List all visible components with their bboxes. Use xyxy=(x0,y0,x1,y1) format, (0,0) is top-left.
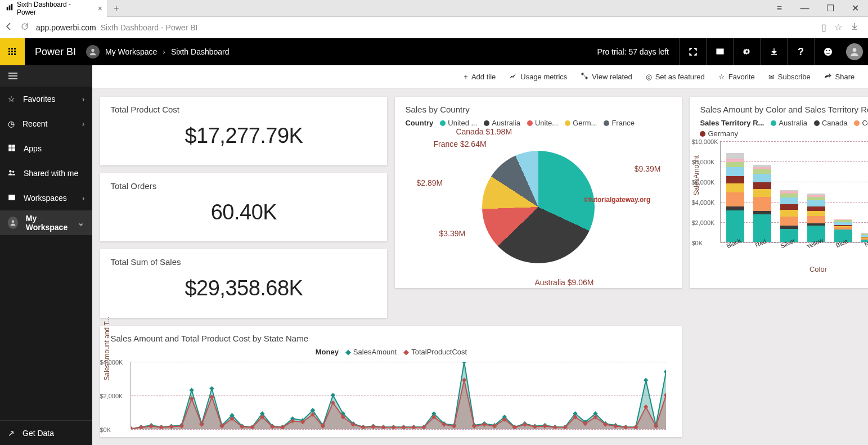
breadcrumb-workspace[interactable]: My Workspace xyxy=(105,47,157,56)
user-icon xyxy=(8,217,18,229)
kpi-value: $29,358.68K xyxy=(185,276,303,300)
view-related-button[interactable]: View related xyxy=(581,72,632,82)
trial-status[interactable]: Pro trial: 57 days left xyxy=(587,47,679,56)
nav-label: Get Data xyxy=(23,429,54,438)
slice-label: Canada $1.98M xyxy=(456,127,512,136)
svg-rect-37 xyxy=(210,386,214,390)
nav-my-workspace[interactable]: My Workspace ⌄ xyxy=(0,210,92,235)
svg-rect-2 xyxy=(11,4,13,10)
tile-total-product-cost[interactable]: Total Product Cost $17,277.79K xyxy=(100,97,387,165)
address-bar: app.powerbi.com Sixth Dashboard - Power … xyxy=(0,17,868,38)
tile-sales-by-color-region[interactable]: Sales Amount by Color and Sales Territor… xyxy=(690,97,868,288)
new-tab-button[interactable]: + xyxy=(107,3,125,14)
slice-label: Australia $9.06M xyxy=(534,278,593,287)
chevron-right-icon: › xyxy=(82,119,85,128)
stacked-legend: Sales Territory R... Australia Canada Ce… xyxy=(700,119,868,138)
nav-recent[interactable]: ◷ Recent › xyxy=(0,111,92,136)
breadcrumb-dashboard[interactable]: Sixth Dashboard xyxy=(171,47,230,56)
apps-icon xyxy=(8,144,16,154)
minimize-icon[interactable]: — xyxy=(792,0,817,17)
download-header-icon[interactable] xyxy=(760,38,787,65)
svg-rect-49 xyxy=(331,393,335,397)
svg-rect-6 xyxy=(8,51,10,52)
favorite-star-icon[interactable]: ☆ xyxy=(834,22,842,33)
svg-rect-24 xyxy=(9,195,15,200)
chevron-right-icon: › xyxy=(82,194,85,203)
clock-icon: ◷ xyxy=(8,119,15,128)
action-label: Set as featured xyxy=(655,73,705,81)
nav-apps[interactable]: Apps xyxy=(0,136,92,161)
chart-bar-icon xyxy=(6,3,14,13)
svg-rect-21 xyxy=(12,148,15,150)
tile-total-orders[interactable]: Total Orders 60.40K xyxy=(100,173,387,242)
refresh-icon[interactable] xyxy=(20,22,29,33)
diamond-icon: ◆ xyxy=(403,348,409,356)
y-axis-label: SalesAmount and T... xyxy=(103,317,111,381)
menu-icon[interactable]: ≡ xyxy=(767,0,792,17)
nav-workspaces[interactable]: Workspaces › xyxy=(0,186,92,210)
action-label: Usage metrics xyxy=(520,73,567,81)
nav-collapse-icon[interactable] xyxy=(0,65,92,87)
tile-total-sum-sales[interactable]: Total Sum of Sales $29,358.68K xyxy=(100,249,387,318)
svg-rect-20 xyxy=(9,148,11,150)
url-host: app.powerbi.com xyxy=(36,23,96,32)
svg-point-22 xyxy=(9,170,11,172)
account-avatar-icon[interactable] xyxy=(846,43,863,60)
svg-point-23 xyxy=(12,170,15,173)
back-icon[interactable] xyxy=(5,22,14,33)
browser-tab[interactable]: Sixth Dashboard - Power × xyxy=(0,0,107,17)
dashboard-action-bar: +Add tile Usage metrics View related ◎Se… xyxy=(92,65,868,89)
line-legend: Money ◆SalesAmount ◆TotalProductCost xyxy=(110,348,672,356)
svg-point-17 xyxy=(853,48,857,52)
reading-view-icon[interactable]: ▯ xyxy=(821,22,826,33)
url-field[interactable]: app.powerbi.com Sixth Dashboard - Power … xyxy=(36,23,815,32)
feedback-smile-icon[interactable] xyxy=(814,38,841,65)
nav-get-data[interactable]: ↗ Get Data xyxy=(0,420,92,445)
app-launcher-icon[interactable] xyxy=(0,38,25,65)
nav-favorites[interactable]: ☆ Favorites › xyxy=(0,87,92,111)
brand-label[interactable]: Power BI xyxy=(25,46,86,58)
legend-item: SalesAmount xyxy=(353,348,397,356)
nav-label: Recent xyxy=(23,119,47,128)
svg-rect-13 xyxy=(717,49,723,54)
settings-gear-icon[interactable] xyxy=(733,38,760,65)
badge-icon: ◎ xyxy=(646,73,652,81)
kpi-column: Total Product Cost $17,277.79K Total Ord… xyxy=(100,97,387,318)
svg-rect-3 xyxy=(8,48,10,50)
download-icon[interactable] xyxy=(850,22,859,33)
tile-title: Sales Amount by Color and Sales Territor… xyxy=(700,105,868,114)
action-label: Subscribe xyxy=(778,73,811,81)
breadcrumb: My Workspace › Sixth Dashboard xyxy=(86,45,230,59)
favorite-button[interactable]: ☆Favorite xyxy=(718,73,755,81)
nav-label: Favorites xyxy=(23,95,56,104)
svg-rect-5 xyxy=(14,48,16,50)
chevron-down-icon: ⌄ xyxy=(78,218,84,227)
usage-metrics-button[interactable]: Usage metrics xyxy=(509,72,567,82)
watermark: ©tutorialgateway.org xyxy=(584,196,651,204)
svg-rect-19 xyxy=(12,145,15,147)
share-icon xyxy=(824,72,832,82)
tile-sales-cost-by-state[interactable]: Sales Amount and Total Product Cost by S… xyxy=(100,326,682,437)
notifications-icon[interactable] xyxy=(706,38,733,65)
share-button[interactable]: Share xyxy=(824,72,855,82)
close-icon[interactable]: × xyxy=(98,4,102,13)
svg-rect-80 xyxy=(644,378,648,383)
svg-rect-10 xyxy=(11,53,13,55)
nav-label: Apps xyxy=(24,144,42,153)
fullscreen-icon[interactable] xyxy=(679,38,706,65)
legend-item: United ... xyxy=(448,119,477,127)
help-icon[interactable]: ? xyxy=(787,38,814,65)
user-avatar-icon xyxy=(86,45,100,59)
add-tile-button[interactable]: +Add tile xyxy=(464,73,496,81)
legend-item: Canada xyxy=(822,119,848,127)
area-line-chart: $0K$2,000K$4,000K xyxy=(131,362,666,429)
legend-item: Germany xyxy=(708,129,737,138)
nav-shared[interactable]: Shared with me xyxy=(0,161,92,186)
subscribe-button[interactable]: ✉Subscribe xyxy=(768,73,811,81)
tile-sales-by-country[interactable]: Sales by Country Country United ... Aust… xyxy=(395,97,682,288)
close-window-icon[interactable]: ✕ xyxy=(843,0,868,17)
maximize-icon[interactable]: ☐ xyxy=(817,0,843,17)
kpi-title: Total Orders xyxy=(110,181,377,191)
legend-item: Unite... xyxy=(535,119,558,127)
set-featured-button[interactable]: ◎Set as featured xyxy=(646,73,705,81)
